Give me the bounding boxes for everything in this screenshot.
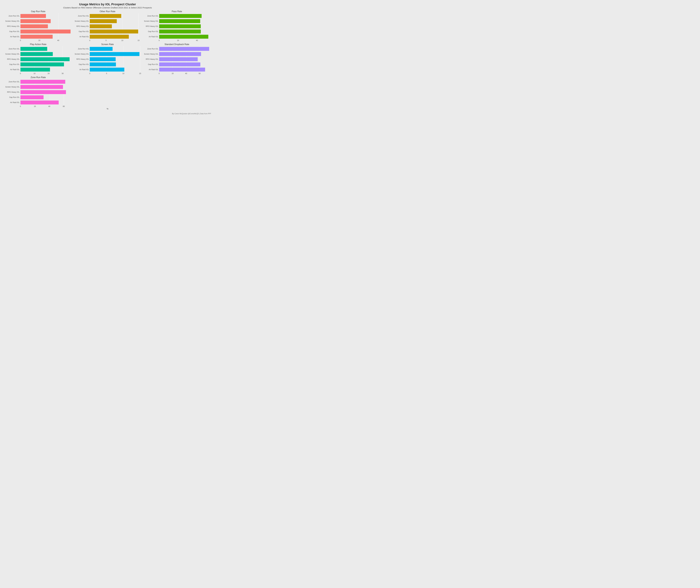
credit-line: By Conor McQuiston @ConorMcQ5 | Data fro… xyxy=(172,113,211,115)
x-axis: 0204060 xyxy=(159,72,211,75)
y-tick-label: Zone Run IOL xyxy=(9,81,20,83)
y-tick-label: RPO Heavy IOL xyxy=(7,25,20,27)
x-tick-label: 0 xyxy=(89,73,90,74)
y-tick-label: Gap Run IOL xyxy=(148,31,158,32)
x-axis: 0204060 xyxy=(20,105,72,108)
facet-standard-dropback-rate: Standard Dropback RateZone Run IOLScreen… xyxy=(143,43,211,75)
bar xyxy=(159,68,205,72)
plot-area: 051015 xyxy=(90,46,142,75)
facet-title: Screen Rate xyxy=(73,43,142,46)
x-tick-label: 30 xyxy=(62,73,64,74)
bar xyxy=(20,47,47,51)
chart-subtitle: Clusters Based on FBS Interior Offensive… xyxy=(4,6,211,9)
facet-title: Zone Run Rate xyxy=(4,76,72,79)
bar xyxy=(90,19,117,23)
y-tick-label: Screen Heavy IOL xyxy=(75,20,89,22)
x-tick-label: 0 xyxy=(89,39,90,41)
facet-title: Standard Dropback Rate xyxy=(143,43,211,46)
y-tick-label: RPO Heavy IOL xyxy=(7,91,20,93)
y-tick-label: Gap Run IOL xyxy=(9,96,20,98)
x-tick-label: 15 xyxy=(137,39,139,41)
y-tick-label: RPO Heavy IOL xyxy=(76,58,89,60)
bar xyxy=(20,90,66,94)
bar xyxy=(90,30,138,33)
x-tick-label: 0 xyxy=(20,73,21,74)
facet-title: Other Run Rate xyxy=(73,10,142,13)
bar xyxy=(20,68,50,72)
y-tick-label: Air Raid IOL xyxy=(10,69,20,71)
y-tick-label: Gap Run IOL xyxy=(148,63,158,65)
y-tick-label: RPO Heavy IOL xyxy=(7,58,20,60)
x-tick-label: 5 xyxy=(106,73,107,74)
x-axis: 02040 xyxy=(159,39,211,42)
x-tick-label: 5 xyxy=(106,39,107,41)
facet-screen-rate: Screen RateZone Run IOLScreen Heavy IOLR… xyxy=(73,43,142,75)
y-tick-label: Gap Run IOL xyxy=(79,63,89,65)
facet-play-action-rate: Play Action RateZone Run IOLScreen Heavy… xyxy=(4,43,72,75)
y-tick-label: Zone Run IOL xyxy=(147,15,158,17)
x-tick-label: 10 xyxy=(122,73,124,74)
x-axis: 051015 xyxy=(90,39,142,42)
x-tick-label: 20 xyxy=(38,39,40,41)
y-tick-label: Zone Run IOL xyxy=(9,48,20,50)
y-tick-label: Screen Heavy IOL xyxy=(144,53,158,55)
y-tick-label: RPO Heavy IOL xyxy=(146,58,158,60)
x-tick-label: 40 xyxy=(196,39,198,41)
bar xyxy=(159,14,202,18)
y-tick-label: Air Raid IOL xyxy=(149,69,158,71)
x-tick-label: 0 xyxy=(159,73,160,74)
x-tick-label: 20 xyxy=(172,73,174,74)
chart-title: Usage Metrics by IOL Prospect Cluster xyxy=(4,3,211,6)
x-tick-label: 20 xyxy=(177,39,179,41)
y-tick-label: Zone Run IOL xyxy=(9,15,20,17)
facet-zone-run-rate: Zone Run RateZone Run IOLScreen Heavy IO… xyxy=(4,76,72,108)
bar xyxy=(90,47,113,51)
y-tick-label: Gap Run IOL xyxy=(79,31,89,32)
y-axis-labels: Zone Run IOLScreen Heavy IOLRPO Heavy IO… xyxy=(4,46,20,75)
plot-area: 051015 xyxy=(90,13,142,42)
bar xyxy=(20,85,63,89)
plot-area: 02040 xyxy=(20,13,72,42)
chart-container: Usage Metrics by IOL Prospect Cluster Cl… xyxy=(0,0,215,116)
x-tick-label: 60 xyxy=(199,73,201,74)
bar xyxy=(20,52,53,56)
bar xyxy=(159,62,200,66)
x-axis: 051015 xyxy=(90,72,142,75)
bar xyxy=(90,14,121,18)
empty-cell xyxy=(73,76,142,108)
y-tick-label: Air Raid IOL xyxy=(10,36,20,38)
y-axis-labels: Zone Run IOLScreen Heavy IOLRPO Heavy IO… xyxy=(4,79,20,108)
x-axis: 0102030 xyxy=(20,72,72,75)
x-tick-label: 60 xyxy=(63,105,65,107)
x-axis: 02040 xyxy=(20,39,72,42)
bar xyxy=(159,52,201,56)
y-tick-label: RPO Heavy IOL xyxy=(76,25,89,27)
x-tick-label: 15 xyxy=(139,73,141,74)
bar xyxy=(20,80,65,84)
y-tick-label: Gap Run IOL xyxy=(9,31,20,32)
plot-area: 0102030 xyxy=(20,46,72,75)
facet-other-run-rate: Other Run RateZone Run IOLScreen Heavy I… xyxy=(73,10,142,42)
empty-cell xyxy=(143,76,211,108)
y-tick-label: RPO Heavy IOL xyxy=(146,25,158,27)
y-tick-label: Zone Run IOL xyxy=(147,48,158,50)
y-tick-label: Air Raid IOL xyxy=(79,36,89,38)
y-tick-label: Zone Run IOL xyxy=(78,15,89,17)
bar xyxy=(159,57,198,61)
x-tick-label: 10 xyxy=(121,39,123,41)
y-tick-label: Air Raid IOL xyxy=(79,69,89,71)
bar xyxy=(20,101,59,104)
bar xyxy=(90,62,116,66)
bar xyxy=(20,35,53,39)
x-tick-label: 10 xyxy=(33,73,35,74)
y-axis-labels: Zone Run IOLScreen Heavy IOLRPO Heavy IO… xyxy=(73,13,90,42)
grid-line xyxy=(138,13,139,39)
bar xyxy=(159,19,200,23)
grid-line xyxy=(140,46,140,72)
facet-pass-rate: Pass RateZone Run IOLScreen Heavy IOLRPO… xyxy=(143,10,211,42)
bar xyxy=(90,52,139,56)
bar xyxy=(90,35,129,39)
y-axis-labels: Zone Run IOLScreen Heavy IOLRPO Heavy IO… xyxy=(143,46,159,75)
x-tick-label: 0 xyxy=(159,39,160,41)
x-tick-label: 0 xyxy=(20,39,21,41)
